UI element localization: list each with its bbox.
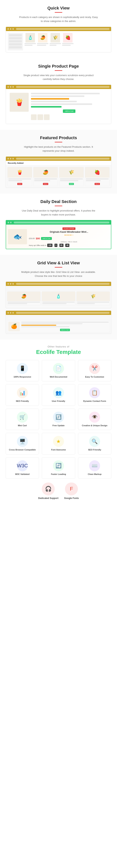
featured-products-row: 🍟 NEW 🥭 SALE 🌾 (6, 165, 111, 188)
grid-header-bar (7, 287, 110, 290)
quick-view-sidebar (8, 33, 23, 50)
bottom-feature-label: Google Fonts (64, 497, 79, 499)
featured-header: Recently Added (6, 161, 111, 165)
fp-img: 🌾 (59, 167, 84, 178)
product-line (62, 45, 71, 46)
fp-line (86, 178, 109, 180)
deal-timer: Hurry up! Offer ends in: 126 : 3 : 05 : … (29, 244, 109, 247)
quick-view-content: 🧴 🥭 🌾 (6, 31, 111, 52)
feature-icon: ⌨️ (89, 460, 100, 471)
feature-label: Well Documented (50, 375, 67, 378)
list-body: Add to Cart (21, 322, 109, 331)
bottom-feature-item: 🎧Dedicated Support (38, 483, 59, 499)
quick-view-inner: 🧴 🥭 🌾 (8, 33, 109, 50)
fp-body: SALE (85, 178, 110, 186)
feature-icon: 👁️ (89, 412, 100, 423)
single-product-mockup: 🍟 Add to Cart (6, 85, 111, 124)
mockup-bar (6, 27, 111, 31)
feature-label: Mini Cart (18, 424, 27, 427)
grid-view-mockup: 🥭 🧴 🌾 (6, 282, 111, 308)
bar-dot (7, 222, 9, 223)
daily-deal-section: Daily Deal Section Use Daily Deal sectio… (0, 193, 117, 255)
detail-line (31, 95, 84, 97)
feature-item: W3CW3C Validated (6, 457, 39, 479)
detail-line (31, 93, 100, 94)
list-header-bar (7, 316, 110, 319)
product-thumb (38, 114, 43, 120)
timer-minutes: 3 (54, 244, 57, 247)
list-btn[interactable]: Add to Cart (60, 329, 70, 331)
daily-deal-inner: 🐟 FLASH OFFER Originals Kavel Windbreake… (6, 224, 111, 249)
list-view-content: 🍊 Add to Cart (6, 315, 111, 334)
timer-sep: : (64, 244, 65, 246)
grid-list-desc: Multiple product view style like- Grid V… (19, 270, 98, 278)
fp-line (8, 180, 22, 181)
bar-search (14, 221, 110, 223)
grid-body (76, 301, 110, 305)
fp-line (34, 178, 57, 180)
deal-old-price: £59.99 (29, 238, 35, 240)
bar-dot (13, 283, 14, 285)
sidebar-item (9, 37, 22, 39)
feature-icon: ★ (53, 436, 64, 447)
feature-item: 🔍SEO Friendly (78, 433, 111, 454)
feature-icon: 📄 (53, 363, 64, 374)
daily-deal-mockup: 🐟 FLASH OFFER Originals Kavel Windbreake… (6, 220, 111, 249)
fp-img: 🥭 (33, 167, 58, 178)
featured-product-card: 🍟 NEW (7, 167, 32, 186)
fp-body: NEW (7, 178, 32, 186)
add-to-cart-btn[interactable]: Add to Cart (63, 110, 75, 113)
single-product-desc: Single product view lets your customers … (19, 73, 98, 82)
feature-item: ✂️Easy To Customize (78, 360, 111, 381)
deal-stars: ★★★★☆ (29, 234, 109, 236)
sidebar-item (9, 43, 22, 45)
product-line (50, 43, 61, 44)
detail-line (31, 103, 92, 105)
featured-products-title: Featured Products (4, 135, 113, 140)
feature-label: Easy To Customize (85, 375, 104, 378)
fp-badge: NEW (69, 183, 74, 185)
grid-img: 🧴 (42, 291, 75, 301)
featured-bar (6, 157, 111, 161)
bottom-feature-item: FGoogle Fonts (64, 483, 79, 499)
bottom-feature-icon: 🎧 (42, 483, 55, 495)
single-product-section: Single Product Page Single product view … (0, 58, 117, 130)
timer-seconds: 05 (60, 244, 64, 247)
feature-label: Dynamic Contact Form (83, 400, 106, 403)
feature-item: ★Font Awesome (42, 433, 75, 454)
bar-dot (7, 86, 9, 88)
fp-line (60, 180, 78, 181)
fp-badge: NEW (17, 183, 22, 185)
feature-label: Cross Browser Compatible (9, 448, 36, 451)
featured-product-card: 🥭 SALE (33, 167, 58, 186)
grid-list-section: Grid View & List View Multiple product v… (0, 255, 117, 340)
quick-view-divider (55, 12, 62, 13)
feature-label: Faster Loading (51, 473, 66, 476)
bottom-feature-icon: F (65, 483, 78, 495)
bar-dot (13, 28, 14, 30)
grid-line (42, 302, 74, 303)
grid-list-divider (55, 267, 62, 268)
deal-add-btn[interactable]: Add to Cart (41, 237, 52, 240)
feature-item: 🛒Mini Cart (6, 409, 39, 430)
feature-label: Clean Markup (88, 473, 101, 476)
features-grid: 📱100% Responsive📄Well Documented✂️Easy T… (4, 360, 113, 479)
bar-dot (7, 28, 9, 30)
daily-deal-image: 🐟 (8, 229, 27, 244)
grid-card: 🧴 (42, 291, 75, 305)
feature-item: 📋Dynamic Contact Form (78, 384, 111, 406)
fp-line (60, 178, 83, 180)
grid-line (8, 303, 27, 304)
bottom-features: 🎧Dedicated SupportFGoogle Fonts (4, 479, 113, 503)
feature-icon: ✂️ (89, 363, 100, 374)
product-img: 🌾 (50, 33, 60, 42)
feature-icon: 🔍 (89, 436, 100, 447)
feature-item: 🔄Faster Loading (42, 457, 75, 479)
list-img: 🍊 (8, 322, 20, 331)
list-line (21, 323, 83, 324)
product-line (50, 45, 56, 46)
list-bar (6, 311, 111, 315)
grid-body (7, 301, 41, 305)
feature-icon: 🔃 (53, 412, 64, 423)
deal-price-row: £59.99 $90 Add to Cart (29, 237, 109, 240)
